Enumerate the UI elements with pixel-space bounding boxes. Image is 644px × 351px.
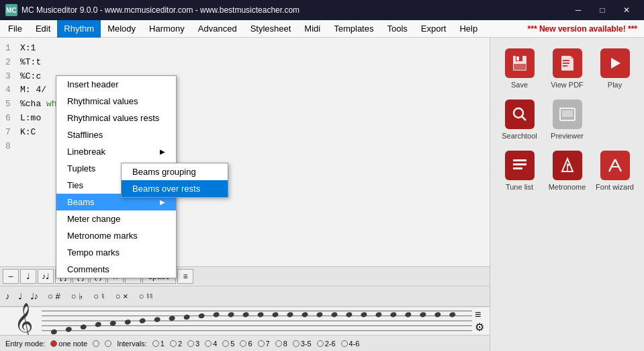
title-text: MC Musiceditor 9.0.0 - www.mcmusiceditor…: [21, 5, 566, 15]
menu-rhythm[interactable]: Rhythm: [57, 20, 101, 38]
rhythm-menu-rhythmical-values[interactable]: Rhythmical values: [56, 93, 176, 110]
maximize-button[interactable]: □: [590, 0, 614, 20]
menubar: File Edit Rhythm Melody Harmony Advanced…: [0, 20, 644, 38]
beams-over-rests-item[interactable]: Beams over rests: [122, 180, 228, 197]
beams-grouping-item[interactable]: Beams grouping: [122, 163, 228, 180]
rhythm-menu-rhythmical-values-rests[interactable]: Rhythmical values rests: [56, 110, 176, 126]
beams-submenu: Beams grouping Beams over rests: [121, 163, 228, 198]
rhythm-menu-stafflines[interactable]: Stafflines: [56, 126, 176, 143]
rhythm-menu-comments[interactable]: Comments: [56, 261, 176, 278]
menu-file[interactable]: File: [1, 20, 29, 38]
menu-export[interactable]: Export: [414, 20, 453, 38]
rhythm-menu-meter-change[interactable]: Meter change: [56, 210, 176, 227]
menu-melody[interactable]: Melody: [101, 20, 142, 38]
linebreak-arrow: ▶: [160, 148, 165, 155]
app-icon: MC: [5, 4, 17, 16]
minimize-button[interactable]: ─: [566, 0, 590, 20]
window-controls: ─ □ ✕: [566, 0, 639, 20]
menu-edit[interactable]: Edit: [29, 20, 57, 38]
main-area: 1 X:1 2 %T:t 3 %C:c 4 M: 4/ 5 %cha when …: [0, 38, 644, 351]
beams-arrow: ▶: [160, 198, 165, 206]
menu-midi[interactable]: Midi: [297, 20, 327, 38]
menu-stylesheet[interactable]: Stylesheet: [244, 20, 298, 38]
rhythm-menu-insert-header[interactable]: Insert header: [56, 76, 176, 93]
rhythm-menu-metronome-marks[interactable]: Metronome marks: [56, 227, 176, 244]
menu-tools[interactable]: Tools: [380, 20, 414, 38]
menu-help[interactable]: Help: [453, 20, 484, 38]
menu-advanced[interactable]: Advanced: [191, 20, 244, 38]
menu-templates[interactable]: Templates: [327, 20, 380, 38]
rhythm-menu-linebreak[interactable]: Linebreak ▶: [56, 143, 176, 160]
rhythm-menu-tempo-marks[interactable]: Tempo marks: [56, 244, 176, 261]
new-version-notice: *** New version available! ***: [522, 24, 643, 34]
close-button[interactable]: ✕: [614, 0, 639, 20]
titlebar: MC MC Musiceditor 9.0.0 - www.mcmusicedi…: [0, 0, 644, 20]
menu-harmony[interactable]: Harmony: [142, 20, 191, 38]
